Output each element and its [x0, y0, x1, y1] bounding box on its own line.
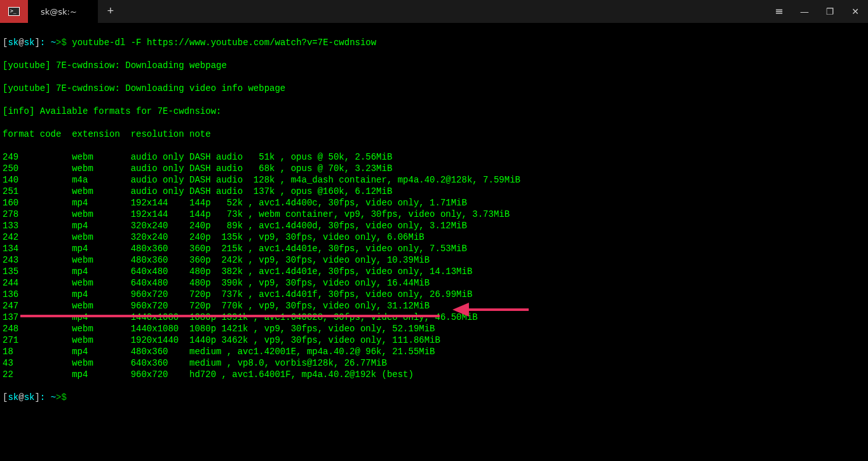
format-row: 248 webm 1440x1080 1080p 1421k , vp9, 30…: [3, 323, 865, 334]
close-icon: ✕: [851, 6, 859, 17]
prompt-path: : ~: [40, 392, 56, 403]
output-header: format code extension resolution note: [3, 128, 865, 140]
format-row: 135 mp4 640x480 480p 382k , avc1.4d401e,…: [3, 266, 865, 277]
format-row: 249 webm audio only DASH audio 51k , opu…: [3, 151, 865, 163]
prompt-ps1: >$: [56, 392, 72, 403]
format-row: 134 mp4 480x360 360p 215k , avc1.4d401e,…: [3, 243, 865, 254]
prompt-line: [sk@sk]: ~>$ youtube-dl -F https://www.y…: [3, 37, 865, 48]
output-line: [youtube] 7E-cwdnsiow: Downloading video…: [3, 83, 865, 94]
bracket-close: ]: [34, 38, 39, 48]
prompt-host: sk: [24, 38, 35, 48]
minimize-icon: —: [800, 6, 809, 17]
prompt-host: sk: [24, 392, 35, 403]
format-row: 250 webm audio only DASH audio 68k , opu…: [3, 163, 865, 174]
prompt-line-2: [sk@sk]: ~>$: [3, 392, 865, 403]
svg-text:>_: >_: [10, 8, 17, 14]
format-row: 243 webm 480x360 360p 242k , vp9, 30fps,…: [3, 254, 865, 266]
maximize-button[interactable]: ❐: [817, 0, 843, 23]
prompt-at: @: [18, 38, 24, 48]
command-text: youtube-dl -F https://www.youtube.com/wa…: [72, 38, 376, 48]
terminal-icon: >_: [8, 7, 20, 16]
format-row: 242 webm 320x240 240p 135k , vp9, 30fps,…: [3, 231, 865, 243]
format-row: 278 webm 192x144 144p 73k , webm contain…: [3, 209, 865, 220]
tab-title: sk@sk:~: [41, 6, 77, 18]
prompt-at: @: [18, 392, 24, 403]
prompt-path: : ~: [40, 38, 56, 48]
prompt-user: sk: [8, 38, 18, 48]
format-row: 136 mp4 960x720 720p 737k , avc1.4d401f,…: [3, 289, 865, 300]
plus-icon: +: [107, 6, 114, 17]
window-controls: ≡ — ❐ ✕: [766, 0, 868, 23]
format-row: 137 mp4 1440x1080 1080p 1391k , avc1.640…: [3, 312, 865, 323]
new-tab-button[interactable]: +: [98, 0, 123, 23]
format-row: 133 mp4 320x240 240p 89k , avc1.4d400d, …: [3, 220, 865, 231]
format-row: 244 webm 640x480 480p 390k , vp9, 30fps,…: [3, 277, 865, 289]
format-row: 271 webm 1920x1440 1440p 3462k , vp9, 30…: [3, 334, 865, 346]
prompt-user: sk: [8, 392, 18, 403]
format-row: 251 webm audio only DASH audio 137k , op…: [3, 186, 865, 197]
format-row: 160 mp4 192x144 144p 52k , avc1.4d400c, …: [3, 197, 865, 209]
format-row: 22 mp4 960x720 hd720 , avc1.64001F, mp4a…: [3, 369, 865, 380]
format-row: 247 webm 960x720 720p 770k , vp9, 30fps,…: [3, 300, 865, 312]
format-row: 18 mp4 480x360 medium , avc1.42001E, mp4…: [3, 346, 865, 357]
bracket-close: ]: [34, 392, 39, 403]
output-line: [info] Available formats for 7E-cwdnsiow…: [3, 106, 865, 117]
minimize-button[interactable]: —: [792, 0, 817, 23]
terminal-body[interactable]: [sk@sk]: ~>$ youtube-dl -F https://www.y…: [0, 23, 868, 417]
close-button[interactable]: ✕: [843, 0, 868, 23]
format-row: 140 m4a audio only DASH audio 128k , m4a…: [3, 174, 865, 186]
active-tab[interactable]: sk@sk:~: [28, 0, 98, 23]
maximize-icon: ❐: [826, 6, 834, 17]
format-row: 43 webm 640x360 medium , vp8.0, vorbis@1…: [3, 357, 865, 369]
menu-button[interactable]: ≡: [766, 0, 792, 23]
terminal-icon-tab[interactable]: >_: [0, 0, 28, 23]
hamburger-icon: ≡: [775, 6, 783, 17]
titlebar: >_ sk@sk:~ + ≡ — ❐ ✕: [0, 0, 868, 23]
prompt-ps1: >$: [56, 38, 72, 48]
output-line: [youtube] 7E-cwdnsiow: Downloading webpa…: [3, 60, 865, 71]
